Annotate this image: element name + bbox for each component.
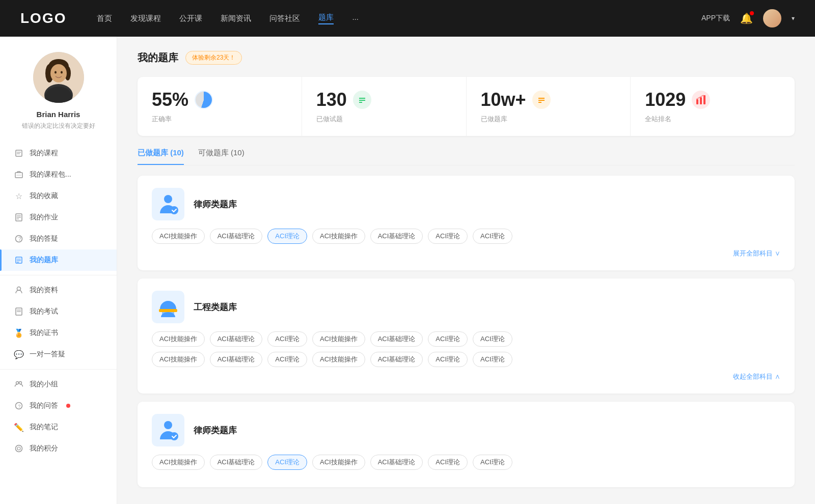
questions-icon: ? bbox=[14, 401, 23, 410]
sidebar-label-questions: 我的问答 bbox=[30, 401, 58, 410]
tag-law3-5[interactable]: ACI理论 bbox=[428, 455, 468, 470]
tag-law3-4[interactable]: ACI基础理论 bbox=[370, 455, 423, 470]
done-banks-value: 10w+ bbox=[481, 89, 526, 110]
svg-point-8 bbox=[55, 71, 57, 74]
nav-question-bank[interactable]: 题库 bbox=[318, 13, 334, 24]
tag-eng-6[interactable]: ACI理论 bbox=[473, 331, 512, 347]
nav-more[interactable]: ··· bbox=[352, 14, 359, 23]
tag-eng-11[interactable]: ACI基础理论 bbox=[370, 352, 423, 367]
tag-law3-3[interactable]: ACI技能操作 bbox=[312, 455, 365, 470]
qbank-card-1: 律师类题库 ACI技能操作 ACI基础理论 ACI理论 ACI技能操作 ACI基… bbox=[138, 176, 795, 270]
sidebar-item-qbank[interactable]: 我的题库 bbox=[0, 249, 117, 271]
svg-rect-45 bbox=[696, 99, 698, 104]
svg-rect-50 bbox=[159, 309, 177, 312]
sidebar-item-my-courses[interactable]: 我的课程 bbox=[0, 143, 117, 164]
stat-done-questions: 130 已做试题 bbox=[302, 77, 467, 136]
qbank-card-2-tags-row1: ACI技能操作 ACI基础理论 ACI理论 ACI技能操作 ACI基础理论 AC… bbox=[152, 331, 780, 347]
user-name: Brian Harris bbox=[37, 110, 80, 119]
svg-rect-47 bbox=[703, 95, 705, 104]
sidebar-label-group: 我的小组 bbox=[30, 380, 58, 389]
menu-divider-1 bbox=[0, 275, 117, 275]
tag-eng-4[interactable]: ACI基础理论 bbox=[370, 331, 423, 347]
sidebar: Brian Harris 错误的决定比没有决定要好 我的课程 我的课程包... … bbox=[0, 37, 117, 504]
app-download-button[interactable]: APP下载 bbox=[701, 14, 730, 23]
tag-eng-2[interactable]: ACI理论 bbox=[267, 331, 307, 347]
tag-eng-13[interactable]: ACI理论 bbox=[473, 352, 512, 367]
tag-2[interactable]: ACI理论 bbox=[267, 229, 307, 244]
tag-eng-0[interactable]: ACI技能操作 bbox=[152, 331, 205, 347]
sidebar-label-course-pack: 我的课程包... bbox=[30, 170, 71, 179]
done-questions-value: 130 bbox=[316, 89, 347, 110]
nav-qa[interactable]: 问答社区 bbox=[269, 14, 300, 23]
tag-eng-1[interactable]: ACI基础理论 bbox=[210, 331, 263, 347]
qbank-card-1-header: 律师类题库 bbox=[152, 188, 780, 220]
logo[interactable]: LOGO bbox=[20, 10, 66, 26]
tag-5[interactable]: ACI理论 bbox=[428, 229, 468, 244]
page-header: 我的题库 体验剩余23天！ bbox=[138, 51, 795, 65]
tag-law3-1[interactable]: ACI基础理论 bbox=[210, 455, 263, 470]
sidebar-item-one-on-one[interactable]: 💬 一对一答疑 bbox=[0, 344, 117, 365]
sidebar-item-notes[interactable]: ✏️ 我的笔记 bbox=[0, 416, 117, 438]
sidebar-item-cert[interactable]: 🏅 我的证书 bbox=[0, 322, 117, 344]
tag-1[interactable]: ACI基础理论 bbox=[210, 229, 263, 244]
tag-eng-3[interactable]: ACI技能操作 bbox=[312, 331, 365, 347]
notification-bell[interactable]: 🔔 bbox=[740, 12, 753, 24]
navbar: LOGO 首页 发现课程 公开课 新闻资讯 问答社区 题库 ··· APP下载 … bbox=[0, 0, 815, 37]
profile-icon bbox=[14, 286, 23, 295]
sidebar-item-group[interactable]: 我的小组 bbox=[0, 374, 117, 395]
tag-0[interactable]: ACI技能操作 bbox=[152, 229, 205, 244]
tag-law3-0[interactable]: ACI技能操作 bbox=[152, 455, 205, 470]
nav-right: APP下载 🔔 ▾ bbox=[701, 9, 795, 27]
svg-rect-16 bbox=[16, 175, 21, 176]
tag-eng-9[interactable]: ACI理论 bbox=[267, 352, 307, 367]
correct-rate-label: 正确率 bbox=[152, 115, 287, 124]
tag-eng-10[interactable]: ACI技能操作 bbox=[312, 352, 365, 367]
sidebar-label-favorites: 我的收藏 bbox=[30, 191, 58, 201]
points-icon bbox=[14, 444, 23, 453]
tag-eng-12[interactable]: ACI理论 bbox=[428, 352, 468, 367]
profile-dropdown-arrow[interactable]: ▾ bbox=[792, 15, 795, 22]
sidebar-menu: 我的课程 我的课程包... ☆ 我的收藏 我的作业 ? bbox=[0, 143, 117, 459]
collapse-link-2[interactable]: 收起全部科目 ∧ bbox=[152, 372, 780, 381]
sidebar-label-notes: 我的笔记 bbox=[30, 423, 58, 432]
sidebar-item-course-pack[interactable]: 我的课程包... bbox=[0, 164, 117, 185]
tag-eng-5[interactable]: ACI理论 bbox=[428, 331, 468, 347]
svg-text:?: ? bbox=[18, 404, 21, 409]
main-layout: Brian Harris 错误的决定比没有决定要好 我的课程 我的课程包... … bbox=[0, 37, 815, 504]
tag-4[interactable]: ACI基础理论 bbox=[370, 229, 423, 244]
sidebar-label-profile: 我的资料 bbox=[30, 286, 58, 295]
nav-home[interactable]: 首页 bbox=[97, 14, 112, 23]
nav-news[interactable]: 新闻资讯 bbox=[221, 14, 251, 23]
avatar[interactable] bbox=[763, 9, 781, 27]
tag-eng-8[interactable]: ACI基础理论 bbox=[210, 352, 263, 367]
sidebar-item-points[interactable]: 我的积分 bbox=[0, 438, 117, 459]
svg-point-49 bbox=[170, 206, 178, 214]
nav-open-course[interactable]: 公开课 bbox=[179, 14, 202, 23]
questions-red-dot bbox=[66, 404, 70, 408]
tag-6[interactable]: ACI理论 bbox=[473, 229, 512, 244]
sidebar-item-profile[interactable]: 我的资料 bbox=[0, 279, 117, 301]
expand-link-1[interactable]: 展开全部科目 ∨ bbox=[152, 249, 780, 258]
stat-correct-rate: 55% 正确率 bbox=[138, 77, 302, 136]
qbank-card-2: 工程类题库 ACI技能操作 ACI基础理论 ACI理论 ACI技能操作 ACI基… bbox=[138, 278, 795, 394]
tag-law3-6[interactable]: ACI理论 bbox=[473, 455, 512, 470]
stat-done-banks: 10w+ 已做题库 bbox=[467, 77, 631, 136]
tab-done-banks[interactable]: 已做题库 (10) bbox=[138, 148, 184, 165]
qbank-card-2-title: 工程类题库 bbox=[194, 301, 237, 313]
sidebar-item-questions[interactable]: ? 我的问答 bbox=[0, 395, 117, 416]
sidebar-item-my-qa[interactable]: ? 我的答疑 bbox=[0, 228, 117, 249]
site-rank-label: 全站排名 bbox=[645, 115, 780, 124]
tag-3[interactable]: ACI技能操作 bbox=[312, 229, 365, 244]
tag-eng-7[interactable]: ACI技能操作 bbox=[152, 352, 205, 367]
tab-available-banks[interactable]: 可做题库 (10) bbox=[198, 148, 244, 165]
nav-discover[interactable]: 发现课程 bbox=[130, 14, 161, 23]
tag-law3-2[interactable]: ACI理论 bbox=[267, 455, 307, 470]
sidebar-item-homework[interactable]: 我的作业 bbox=[0, 207, 117, 228]
page-title: 我的题库 bbox=[138, 51, 178, 65]
sidebar-label-one-on-one: 一对一答疑 bbox=[30, 350, 65, 359]
sidebar-item-exams[interactable]: 我的考试 bbox=[0, 301, 117, 322]
svg-rect-46 bbox=[700, 97, 702, 104]
svg-point-36 bbox=[17, 447, 20, 450]
svg-point-32 bbox=[19, 382, 22, 384]
sidebar-item-favorites[interactable]: ☆ 我的收藏 bbox=[0, 185, 117, 207]
